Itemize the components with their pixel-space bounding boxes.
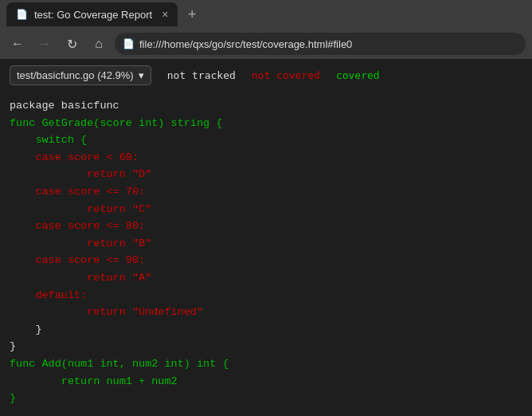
back-button[interactable]: ← [6,33,29,55]
code-line: return "C" [10,201,522,218]
code-line: case score <= 90: [10,252,522,269]
file-select-dropdown[interactable]: test/basicfunc.go (42.9%) ▾ [10,65,151,85]
code-line: default: [10,287,522,304]
code-line: case score <= 70: [10,183,522,201]
code-line: return "B" [10,235,522,253]
tab-bar: 📄 test: Go Coverage Report × + [0,0,532,29]
code-line: } [10,338,522,355]
code-line: return "A" [10,269,522,287]
tab-close-button[interactable]: × [162,8,168,21]
browser-chrome: 📄 test: Go Coverage Report × + ← → ↻ ⌂ 📄… [0,0,532,416]
legend-not-covered: not covered [252,69,320,81]
code-line: return "Undefined" [10,304,522,321]
dropdown-icon: ▾ [139,69,144,81]
nav-bar: ← → ↻ ⌂ 📄 file:///home/qxs/go/src/test/c… [0,29,532,59]
code-line: case score <= 80: [10,218,522,235]
code-line: func Add(num1 int, num2 int) int { [10,355,522,373]
reload-button[interactable]: ↻ [61,33,83,55]
tab-icon: 📄 [16,9,28,20]
code-line: case score < 60: [10,149,522,167]
page-icon: 📄 [123,38,135,49]
code-line: return "D" [10,166,522,183]
forward-button[interactable]: → [33,33,56,55]
address-text: file:///home/qxs/go/src/test/coverage.ht… [139,38,352,50]
active-tab[interactable]: 📄 test: Go Coverage Report × [6,2,178,26]
tab-title: test: Go Coverage Report [34,9,152,21]
file-select-label: test/basicfunc.go (42.9%) [17,69,134,81]
new-tab-button[interactable]: + [181,3,203,26]
home-button[interactable]: ⌂ [88,33,110,55]
code-line: func GetGrade(score int) string { [10,115,522,132]
address-bar[interactable]: 📄 file:///home/qxs/go/src/test/coverage.… [115,33,526,55]
legend-covered: covered [336,69,380,81]
code-line: } [10,390,522,407]
code-area: package basicfuncfunc GetGrade(score int… [0,91,532,414]
code-line: switch { [10,131,522,149]
code-line: package basicfunc [10,97,522,115]
code-line: return num1 + num2 [10,373,522,390]
code-line: } [10,321,522,339]
coverage-toolbar: test/basicfunc.go (42.9%) ▾ not tracked … [0,59,532,91]
legend-not-tracked: not tracked [167,69,236,81]
